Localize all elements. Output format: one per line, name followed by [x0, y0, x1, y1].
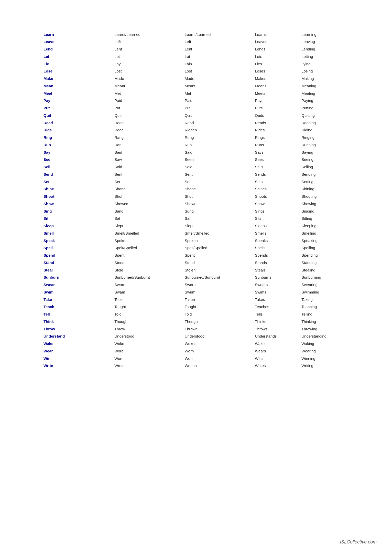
verb-form: Spelt/Spelled — [112, 244, 182, 252]
verb-form: Riding — [299, 127, 351, 134]
verb-form: Meets — [252, 90, 299, 97]
verb-base: Ring — [41, 134, 112, 141]
verb-base: Meet — [41, 90, 112, 97]
table-row: SetSetSetSetsSetting — [41, 178, 351, 185]
verb-form: Sleeping — [299, 222, 351, 230]
verb-form: Meaning — [299, 82, 351, 90]
table-row: SendSentSentSendsSending — [41, 171, 351, 178]
verb-form: Wins — [252, 355, 299, 362]
verb-form: Meant — [182, 82, 253, 90]
verb-base: Think — [41, 318, 112, 325]
verb-form: Putting — [299, 104, 351, 112]
verb-base: Learn — [41, 31, 112, 38]
table-row: RideRodeRiddenRidesRiding — [41, 127, 351, 134]
verb-form: Speaking — [299, 237, 351, 244]
verb-form: Sent — [182, 171, 253, 178]
verb-form: Shining — [299, 185, 351, 193]
verb-form: Shone — [182, 185, 253, 193]
table-row: ShowShowedShownShowsShowing — [41, 200, 351, 207]
verb-form: Taking — [299, 296, 351, 303]
verb-form: Smelt/Smelled — [112, 229, 182, 237]
verb-form: Woke — [112, 340, 182, 348]
verb-base: Make — [41, 75, 112, 82]
verb-form: Left — [112, 38, 182, 46]
table-row: LetLetLetLetsLetting — [41, 53, 351, 60]
verb-form: Sunburning — [299, 274, 351, 281]
verb-form: Quitting — [299, 112, 351, 119]
table-row: StealStoleStolenStealsStealing — [41, 266, 351, 274]
verb-form: Stolen — [182, 266, 253, 274]
verb-base: Lend — [41, 46, 112, 53]
table-row: ReadReadReadReadsReading — [41, 119, 351, 127]
table-row: WearWoreWornWearsWearing — [41, 347, 351, 355]
verb-base: Swear — [41, 281, 112, 289]
verb-form: Selling — [299, 163, 351, 171]
verb-form: Running — [299, 141, 351, 149]
verb-form: Throwing — [299, 325, 351, 333]
verb-form: Throws — [252, 325, 299, 333]
verb-base: Win — [41, 355, 112, 362]
verb-form: Setting — [299, 178, 351, 185]
table-row: MakeMadeMadeMakesMaking — [41, 75, 351, 82]
verb-form: Put — [112, 104, 182, 112]
verb-base: Stand — [41, 259, 112, 266]
table-row: TellToldToldTellsTelling — [41, 311, 351, 318]
verb-form: Sleeps — [252, 222, 299, 230]
verb-form: Writing — [299, 362, 351, 370]
table-row: StandStoodStoodStandsStanding — [41, 259, 351, 266]
verb-form: Thinking — [299, 318, 351, 325]
verb-form: Sold — [182, 163, 253, 171]
verb-form: Sending — [299, 171, 351, 178]
table-row: SitSatSatSitsSitting — [41, 215, 351, 222]
verb-form: Quit — [112, 112, 182, 119]
table-row: PayPaidPaidPaysPaying — [41, 97, 351, 104]
verb-form: Swears — [252, 281, 299, 289]
verb-base: Say — [41, 149, 112, 156]
verb-base: Steal — [41, 266, 112, 274]
verb-form: Sent — [112, 171, 182, 178]
verb-form: Meeting — [299, 90, 351, 97]
verb-base: Read — [41, 119, 112, 127]
table-row: UnderstandUnderstoodUnderstoodUnderstand… — [41, 333, 351, 340]
verb-form: Smells — [252, 229, 299, 237]
verb-base: Throw — [41, 325, 112, 333]
verb-form: Letting — [299, 53, 351, 60]
verb-form: Paid — [182, 97, 253, 104]
verb-form: Takes — [252, 296, 299, 303]
verb-form: Lost — [182, 68, 253, 75]
verb-form: Understanding — [299, 333, 351, 340]
verb-form: Sells — [252, 163, 299, 171]
verb-form: Set — [112, 178, 182, 185]
verb-form: Teaching — [299, 303, 351, 311]
table-row: SpendSpentSpentSpendsSpending — [41, 252, 351, 259]
verb-form: Means — [252, 82, 299, 90]
verb-form: Stealing — [299, 266, 351, 274]
table-row: SeeSawSeenSeesSeeing — [41, 156, 351, 163]
verb-base: Smell — [41, 229, 112, 237]
table-row: SwearSworeSwornSwearsSwearing — [41, 281, 351, 289]
verb-form: Telling — [299, 311, 351, 318]
table-row: SunburnSunburned/SunburntSunburned/Sunbu… — [41, 274, 351, 281]
verb-form: Waking — [299, 340, 351, 348]
verb-form: Said — [182, 149, 253, 156]
table-row: LieLayLainLiesLying — [41, 60, 351, 68]
verb-form: Lends — [252, 46, 299, 53]
verb-form: Set — [182, 178, 253, 185]
verb-base: Put — [41, 104, 112, 112]
verb-form: Spends — [252, 252, 299, 259]
table-row: ShineShoneShoneShinesShining — [41, 185, 351, 193]
verb-base: Lie — [41, 60, 112, 68]
verb-form: Sets — [252, 178, 299, 185]
verb-base: See — [41, 156, 112, 163]
verb-form: Thrown — [182, 325, 253, 333]
verb-form: Runs — [252, 141, 299, 149]
verb-form: Quits — [252, 112, 299, 119]
verb-form: Wakes — [252, 340, 299, 348]
verb-form: Lost — [112, 68, 182, 75]
verb-form: Sitting — [299, 215, 351, 222]
verb-form: Smelling — [299, 229, 351, 237]
verb-form: Read — [112, 119, 182, 127]
verb-form: Swearing — [299, 281, 351, 289]
verb-base: Wear — [41, 347, 112, 355]
verb-form: Swum — [182, 288, 253, 296]
